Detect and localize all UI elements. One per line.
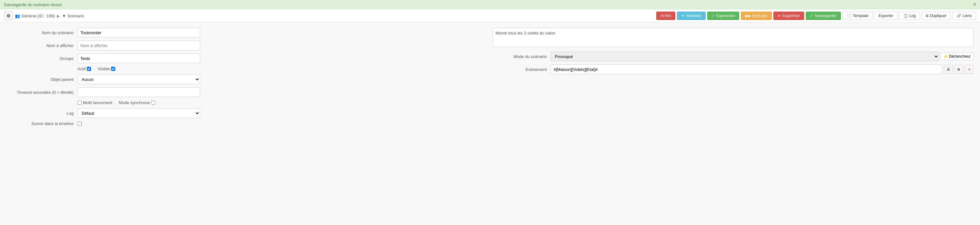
actif-visible-group: Actif Visible (6, 67, 487, 71)
sauvegarder-label: Sauvegarder (815, 14, 837, 18)
group-input[interactable] (78, 54, 200, 63)
timeout-label: Timeout secondes (0 = illimité) (6, 90, 78, 95)
declencheur-button[interactable]: ⚡ Déclencheur (940, 52, 974, 60)
scenario-mode-select[interactable]: Provoqué (551, 52, 939, 61)
liens-button[interactable]: 🔗 Liens (952, 12, 976, 20)
dupliquer-icon: ⧉ (926, 14, 929, 18)
timeout-group: Timeout secondes (0 = illimité) (6, 87, 487, 97)
log-select[interactable]: Défaut (78, 108, 200, 118)
timeout-input[interactable] (78, 87, 200, 97)
breadcrumb-general: 👥 Général (ID : 199) (15, 14, 55, 18)
group-label: Groupe (6, 56, 78, 61)
event-control: ☰ ⧉ ✕ (551, 65, 974, 74)
parent-object-label: Objet parent (6, 77, 78, 82)
declencheur-label: Déclencheur (949, 54, 970, 59)
scenario-name-label: Nom du scénario (6, 30, 78, 35)
scenario-mode-group: Mode du scénario Provoqué ⚡ Déclencheur (493, 52, 974, 61)
multi-launch-item: Multi lancement (78, 100, 112, 105)
event-input[interactable] (551, 65, 943, 74)
executer-icon: ▶▶ (745, 14, 751, 18)
multi-sync-group: Multi lancement Mode synchrone (6, 100, 487, 105)
gear-icon-button[interactable]: ⚙ (4, 11, 13, 20)
event-btn-1[interactable]: ☰ (944, 65, 953, 74)
checkbox-group: Actif Visible (78, 67, 115, 71)
form-section: Nom du scénario Nom à afficher Groupe Ac… (6, 28, 974, 129)
parent-object-group: Objet parent Aucun (6, 74, 487, 84)
notification-close-button[interactable]: × (973, 2, 976, 7)
actif-checkbox[interactable] (87, 67, 91, 71)
template-label: Template (853, 14, 869, 18)
log-icon: 📋 (903, 14, 908, 18)
multi-sync-checkboxes: Multi lancement Mode synchrone (78, 100, 155, 105)
exporter-button[interactable]: Exporter (875, 12, 897, 20)
breadcrumb-scenario-label: Scénario (67, 14, 84, 18)
template-button[interactable]: 📄 Template (843, 12, 873, 20)
event-label: Evénement (493, 67, 551, 72)
event-group: Evénement ☰ ⧉ ✕ (493, 65, 974, 74)
breadcrumb: ⚙ 👥 Général (ID : 199) ▶ ▼ Scénario (4, 11, 654, 20)
follow-timeline-label: Suivre dans la timeline (6, 121, 78, 126)
scenario-filter-icon: ▼ (62, 14, 66, 18)
display-name-input[interactable] (78, 41, 200, 50)
log-label-form: Log (6, 111, 78, 116)
supprimer-icon: ✕ (778, 14, 781, 18)
log-group: Log Défaut (6, 108, 487, 118)
main-content: Nom du scénario Nom à afficher Groupe Ac… (0, 22, 980, 225)
multi-launch-label: Multi lancement (83, 100, 112, 105)
liens-label: Liens (963, 14, 972, 18)
breadcrumb-scenario: ▼ Scénario (62, 14, 84, 18)
variables-icon: ✦ (681, 14, 684, 18)
display-name-label: Nom à afficher (6, 43, 78, 48)
visible-checkbox[interactable] (111, 67, 115, 71)
scenario-mode-control: Provoqué ⚡ Déclencheur (551, 52, 974, 61)
executer-button[interactable]: ▶▶ Exécuter (741, 12, 772, 20)
notification-message: Sauvegarde du scénario réussi (4, 2, 62, 7)
expression-label: Expression (716, 14, 735, 18)
display-name-group: Nom à afficher (6, 41, 487, 50)
visible-item: Visible (97, 67, 115, 71)
scenario-name-input[interactable] (78, 28, 200, 37)
notification-bar: Sauvegarde du scénario réussi × (0, 0, 980, 10)
template-icon: 📄 (847, 14, 851, 18)
header-bar: ⚙ 👥 Général (ID : 199) ▶ ▼ Scénario Arrê… (0, 10, 980, 22)
actif-label: Actif (78, 67, 86, 71)
supprimer-label: Supprimer (782, 14, 800, 18)
sync-mode-checkbox[interactable] (151, 101, 155, 105)
event-btn-3[interactable]: ✕ (964, 65, 974, 74)
dupliquer-label: Dupliquer (930, 14, 947, 18)
sync-mode-label: Mode synchrone (119, 100, 150, 105)
liens-icon: 🔗 (956, 14, 961, 18)
breadcrumb-general-label: Général (ID : 199) (21, 14, 55, 18)
declencheur-icon: ⚡ (943, 54, 948, 59)
sauvegarder-icon: ✓ (810, 14, 813, 18)
description-box: Monte tous les 3 volets du salon (493, 28, 974, 47)
visible-label: Visible (97, 67, 110, 71)
scenario-mode-label: Mode du scénario (493, 54, 551, 59)
event-btn-2[interactable]: ⧉ (954, 65, 963, 74)
scenario-name-group: Nom du scénario (6, 28, 487, 37)
follow-timeline-group: Suivre dans la timeline (6, 121, 487, 126)
variables-button[interactable]: ✦ Variables (677, 12, 706, 20)
header-actions: Arrêté ✦ Variables ✓ Expression ▶▶ Exécu… (656, 12, 976, 20)
follow-timeline-checkbox[interactable] (78, 122, 82, 126)
log-button[interactable]: 📋 Log (899, 12, 920, 20)
actif-item: Actif (78, 67, 91, 71)
log-label: Log (909, 14, 916, 18)
dupliquer-button[interactable]: ⧉ Dupliquer (921, 12, 951, 20)
group-group: Groupe (6, 54, 487, 63)
description-text: Monte tous les 3 volets du salon (495, 31, 555, 35)
executer-label: Exécuter (752, 14, 767, 18)
arrete-button[interactable]: Arrêté (656, 12, 675, 20)
general-icon: 👥 (15, 14, 20, 18)
expression-icon: ✓ (711, 14, 715, 18)
sauvegarder-button[interactable]: ✓ Sauvegarder (806, 12, 841, 20)
breadcrumb-separator: ▶ (57, 14, 60, 18)
multi-launch-checkbox[interactable] (78, 101, 82, 105)
right-panel: Monte tous les 3 volets du salon Mode du… (493, 28, 974, 129)
supprimer-button[interactable]: ✕ Supprimer (773, 12, 804, 20)
expression-button[interactable]: ✓ Expression (707, 12, 739, 20)
sync-mode-item: Mode synchrone (119, 100, 155, 105)
parent-object-select[interactable]: Aucun (78, 74, 200, 84)
left-panel: Nom du scénario Nom à afficher Groupe Ac… (6, 28, 487, 129)
variables-label: Variables (686, 14, 702, 18)
